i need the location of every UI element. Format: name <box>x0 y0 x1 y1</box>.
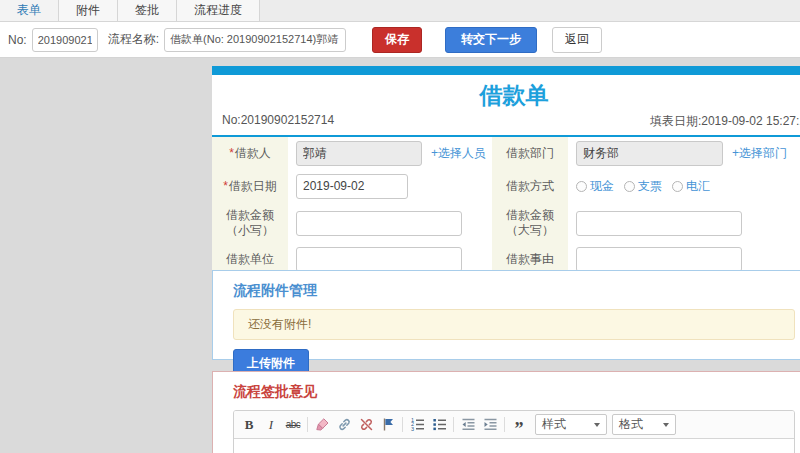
amount-upper-cell <box>568 202 800 244</box>
styles-select-label: 样式 <box>542 416 566 433</box>
loan-unit-input[interactable] <box>296 247 462 272</box>
approval-heading: 流程签批意见 <box>233 383 795 401</box>
editor-toolbar: B I abc <box>234 411 794 439</box>
select-person-link[interactable]: +选择人员 <box>431 145 486 162</box>
loan-form-grid: *借款人 +选择人员 借款部门 +选择部门 *借款日期 借款方式 <box>212 137 800 275</box>
amount-lower-cell <box>288 202 492 244</box>
outdent-button[interactable] <box>457 415 479 435</box>
borrower-label: *借款人 <box>212 137 288 170</box>
toolbar-separator <box>307 417 308 432</box>
radio-cheque[interactable]: 支票 <box>624 178 662 195</box>
no-label: No: <box>8 33 27 47</box>
loan-method-cell: 现金 支票 电汇 <box>568 170 800 202</box>
anchor-button[interactable] <box>377 415 399 435</box>
department-cell: +选择部门 <box>568 137 800 170</box>
unlink-button[interactable] <box>355 415 377 435</box>
tab-progress[interactable]: 流程进度 <box>177 0 260 21</box>
loan-date-label: *借款日期 <box>212 170 288 202</box>
doc-number: No:20190902152714 <box>222 113 334 130</box>
department-input[interactable] <box>576 141 723 166</box>
format-select-label: 格式 <box>619 416 643 433</box>
editor-body[interactable] <box>234 439 794 453</box>
tab-bar: 表单 附件 签批 流程进度 <box>0 0 800 22</box>
remove-format-button[interactable] <box>311 415 333 435</box>
blockquote-icon: ” <box>515 417 524 433</box>
tab-attachments[interactable]: 附件 <box>59 0 118 21</box>
strikethrough-button[interactable]: abc <box>282 415 304 435</box>
radio-icon <box>672 181 683 192</box>
loan-method-radio-group: 现金 支票 电汇 <box>576 178 710 195</box>
eraser-icon <box>315 417 330 432</box>
attachments-heading: 流程附件管理 <box>233 282 795 300</box>
required-marker: * <box>229 146 234 160</box>
loan-form-panel: 借款单 No:20190902152714 填表日期:2019-09-02 15… <box>212 66 800 279</box>
form-meta-row: No:20190902152714 填表日期:2019-09-02 15:27:… <box>212 113 800 135</box>
fill-date: 填表日期:2019-09-02 15:27:1 <box>650 113 800 130</box>
bold-button[interactable]: B <box>238 415 260 435</box>
loan-date-input[interactable] <box>296 174 408 199</box>
link-button[interactable] <box>333 415 355 435</box>
unlink-icon <box>359 417 374 432</box>
strikethrough-icon: abc <box>286 419 301 430</box>
styles-select[interactable]: 样式 <box>535 414 607 435</box>
chevron-down-icon <box>663 423 669 427</box>
loan-method-label: 借款方式 <box>492 170 568 202</box>
toolbar-separator <box>402 417 403 432</box>
link-icon <box>337 417 352 432</box>
italic-icon: I <box>269 417 273 433</box>
process-name-label: 流程名称: <box>108 31 159 48</box>
panel-top-bar <box>212 66 800 75</box>
borrower-cell: +选择人员 <box>288 137 492 170</box>
content-area: 借款单 No:20190902152714 填表日期:2019-09-02 15… <box>0 59 800 453</box>
amount-upper-input[interactable] <box>576 211 742 236</box>
no-attachments-alert: 还没有附件! <box>233 309 795 340</box>
blockquote-button[interactable]: ” <box>508 415 530 435</box>
back-button[interactable]: 返回 <box>552 27 602 53</box>
amount-lower-label: 借款金额（小写） <box>212 202 288 244</box>
format-select[interactable]: 格式 <box>612 414 676 435</box>
toolbar-separator <box>453 417 454 432</box>
loan-date-cell <box>288 170 492 202</box>
outdent-icon <box>461 417 476 432</box>
approval-panel: 流程签批意见 B I abc <box>212 371 800 453</box>
indent-icon <box>483 417 498 432</box>
amount-lower-input[interactable] <box>296 211 462 236</box>
form-title: 借款单 <box>212 75 800 113</box>
attachments-panel: 流程附件管理 还没有附件! 上传附件 <box>212 270 800 360</box>
flag-icon <box>381 417 396 432</box>
toolbar-separator <box>504 417 505 432</box>
radio-icon <box>624 181 635 192</box>
radio-icon <box>576 181 587 192</box>
select-department-link[interactable]: +选择部门 <box>732 145 787 162</box>
tab-approval[interactable]: 签批 <box>118 0 177 21</box>
no-input[interactable] <box>32 28 98 52</box>
required-marker: * <box>223 179 228 193</box>
bold-icon: B <box>245 417 254 433</box>
bulleted-list-button[interactable] <box>428 415 450 435</box>
radio-cash[interactable]: 现金 <box>576 178 614 195</box>
indent-button[interactable] <box>479 415 501 435</box>
rich-text-editor: B I abc <box>233 410 795 453</box>
svg-text:3: 3 <box>411 426 414 432</box>
save-button[interactable]: 保存 <box>372 27 422 53</box>
department-label: 借款部门 <box>492 137 568 170</box>
numbered-list-icon: 123 <box>410 417 425 432</box>
loan-reason-input[interactable] <box>576 247 742 272</box>
numbered-list-button[interactable]: 123 <box>406 415 428 435</box>
chevron-down-icon <box>594 423 600 427</box>
tab-form[interactable]: 表单 <box>0 0 59 21</box>
italic-button[interactable]: I <box>260 415 282 435</box>
bulleted-list-icon <box>432 417 447 432</box>
borrower-input[interactable] <box>296 141 422 166</box>
radio-wire[interactable]: 电汇 <box>672 178 710 195</box>
action-toolbar: No: 流程名称: 保存 转交下一步 返回 <box>0 22 800 58</box>
next-step-button[interactable]: 转交下一步 <box>445 27 537 53</box>
amount-upper-label: 借款金额（大写） <box>492 202 568 244</box>
process-name-input[interactable] <box>164 28 346 52</box>
